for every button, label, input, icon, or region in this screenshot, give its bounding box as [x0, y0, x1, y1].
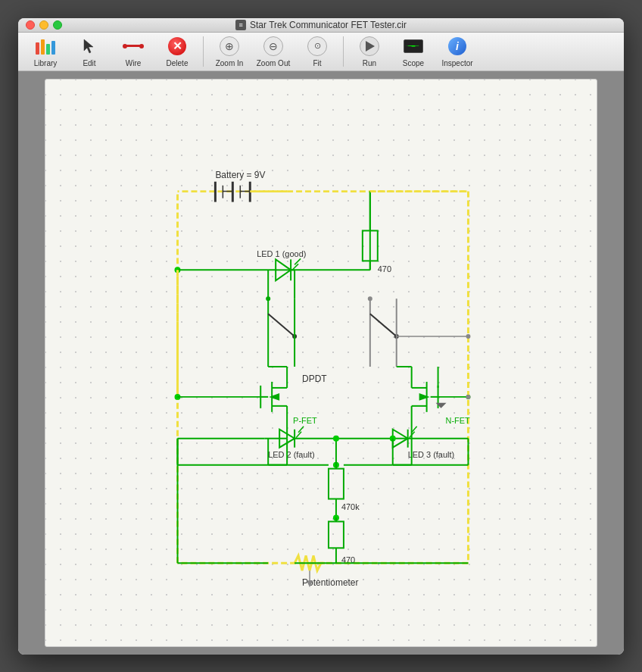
maximize-button[interactable] [53, 20, 62, 30]
zoom-out-button[interactable]: ⊖ Zoom Out [252, 33, 295, 70]
library-icon [35, 36, 56, 57]
inspector-label: Inspector [441, 59, 472, 67]
traffic-lights [26, 20, 62, 30]
svg-text:470k: 470k [341, 502, 360, 511]
separator-1 [203, 36, 204, 67]
scope-button[interactable]: Scope [392, 33, 435, 70]
zoom-in-icon: ⊕ [219, 36, 240, 57]
fit-icon: ⊙ [307, 36, 328, 57]
edit-label: Edit [83, 59, 95, 67]
edit-button[interactable]: Edit [68, 33, 111, 70]
zoom-in-button[interactable]: ⊕ Zoom In [208, 33, 251, 70]
zoom-in-label: Zoom In [216, 59, 244, 67]
svg-rect-95 [329, 521, 344, 548]
window-title: ≡ Star Trek Communicator FET Tester.cir [235, 20, 407, 30]
delete-icon: ✕ [167, 36, 188, 57]
svg-point-38 [368, 296, 372, 301]
svg-line-39 [370, 314, 397, 336]
svg-point-118 [466, 394, 470, 399]
library-button[interactable]: Library [24, 33, 67, 70]
svg-marker-52 [269, 392, 279, 400]
svg-text:LED 1 (good): LED 1 (good) [257, 249, 306, 258]
close-button[interactable] [26, 20, 35, 30]
circuit-canvas[interactable]: Battery = 9V Potentiometer [45, 79, 597, 647]
scope-icon [403, 36, 424, 57]
delete-button[interactable]: ✕ Delete [156, 33, 198, 70]
titlebar: ≡ Star Trek Communicator FET Tester.cir [18, 18, 624, 33]
separator-2 [343, 36, 344, 67]
run-button[interactable]: Run [348, 33, 391, 70]
svg-line-24 [292, 264, 298, 270]
svg-rect-90 [329, 468, 344, 499]
svg-text:N-FET: N-FET [446, 415, 471, 424]
circuit-svg: Battery = 9V Potentiometer [45, 80, 597, 646]
run-label: Run [363, 59, 376, 67]
zoom-out-icon: ⊖ [263, 36, 284, 57]
main-window: ≡ Star Trek Communicator FET Tester.cir … [18, 18, 624, 655]
file-icon: ≡ [235, 20, 246, 30]
delete-label: Delete [167, 59, 189, 67]
svg-text:LED 2 (fault): LED 2 (fault) [268, 449, 314, 458]
svg-text:P-FET: P-FET [293, 415, 317, 424]
toolbar: Library Edit Wire ✕ Delete [18, 33, 624, 71]
title-label: Star Trek Communicator FET Tester.cir [250, 20, 407, 30]
run-icon [359, 36, 380, 57]
fit-button[interactable]: ⊙ Fit [296, 33, 338, 70]
svg-line-34 [268, 314, 295, 336]
svg-marker-0 [84, 39, 93, 53]
svg-point-87 [333, 435, 339, 441]
svg-line-23 [295, 258, 301, 264]
canvas-area[interactable]: Battery = 9V Potentiometer [18, 71, 624, 655]
wire-button[interactable]: Wire [112, 33, 154, 70]
library-label: Library [34, 59, 58, 67]
fit-label: Fit [313, 59, 321, 67]
zoom-out-label: Zoom Out [257, 59, 290, 67]
minimize-button[interactable] [39, 20, 48, 30]
inspector-icon: i [447, 36, 468, 57]
wire-label: Wire [126, 59, 142, 67]
svg-text:Battery = 9V: Battery = 9V [215, 169, 265, 180]
edit-icon [79, 36, 100, 57]
svg-point-43 [466, 334, 470, 339]
svg-marker-63 [419, 392, 430, 400]
wire-icon [123, 36, 144, 57]
scope-label: Scope [403, 59, 424, 67]
svg-text:LED 3 (fault): LED 3 (fault) [408, 449, 454, 458]
svg-text:DPDT: DPDT [302, 373, 327, 383]
inspector-button[interactable]: i Inspector [436, 33, 478, 70]
svg-text:470: 470 [378, 264, 391, 273]
